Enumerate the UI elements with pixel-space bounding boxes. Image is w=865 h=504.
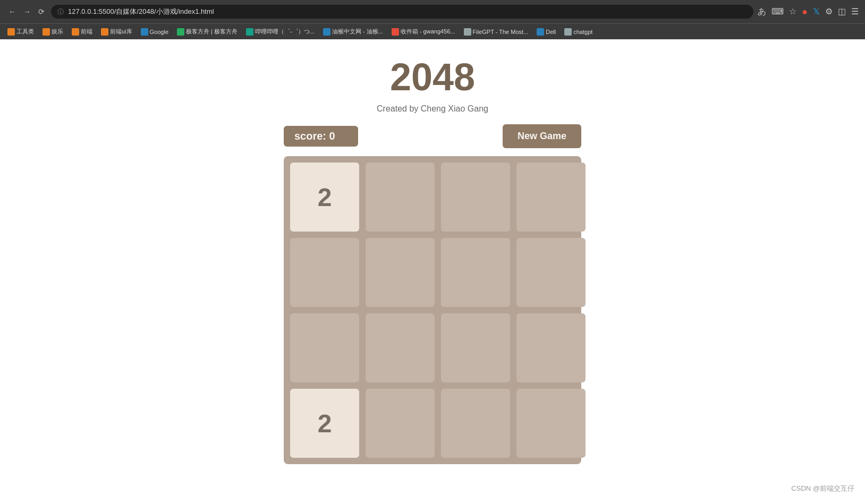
bookmark-label: 前端 bbox=[81, 28, 92, 36]
tile-0-0: 2 bbox=[290, 163, 359, 232]
bookmark-entertainment[interactable]: 娱乐 bbox=[39, 27, 66, 37]
bookmark-label: 工具类 bbox=[16, 28, 34, 36]
star-icon[interactable]: ☆ bbox=[789, 6, 796, 18]
game-subtitle: Created by Cheng Xiao Gang bbox=[377, 104, 488, 114]
bookmark-google[interactable]: Google bbox=[138, 27, 172, 37]
browser-actions: あ ⌨ ☆ ● 𝕏 ⚙ ◫ ☰ bbox=[758, 6, 859, 18]
extensions-icon[interactable]: ⌨ bbox=[771, 6, 784, 18]
bookmark-label: chatgpt bbox=[573, 29, 592, 35]
bookmark-icon bbox=[564, 28, 572, 36]
address-bar[interactable]: ⓘ 127.0.0.1:5500/自媒体/2048/小游戏/index1.htm… bbox=[51, 5, 753, 19]
profile-icon[interactable]: ● bbox=[802, 6, 808, 18]
menu-icon[interactable]: ☰ bbox=[851, 6, 859, 18]
page-content: 2048 Created by Cheng Xiao Gang score: 0… bbox=[0, 39, 865, 504]
game-title: 2048 bbox=[390, 55, 475, 99]
score-label: score: bbox=[294, 130, 326, 142]
bookmark-youhou[interactable]: 油猴中文网 - 油猴... bbox=[320, 27, 386, 37]
translate-icon[interactable]: あ bbox=[758, 6, 766, 18]
twitter-icon[interactable]: 𝕏 bbox=[813, 6, 820, 18]
extensions2-icon[interactable]: ⚙ bbox=[825, 6, 833, 18]
forward-button[interactable]: → bbox=[21, 6, 33, 17]
bookmark-icon bbox=[101, 28, 108, 36]
new-game-button[interactable]: New Game bbox=[503, 124, 581, 148]
game-board: 22 bbox=[284, 156, 581, 464]
tile-1-2 bbox=[441, 238, 510, 307]
tile-1-1 bbox=[366, 238, 435, 307]
browser-toolbar: ← → ⟳ ⓘ 127.0.0.1:5500/自媒体/2048/小游戏/inde… bbox=[0, 0, 865, 23]
browser-controls: ← → ⟳ bbox=[6, 6, 47, 17]
bookmark-dell[interactable]: Dell bbox=[533, 27, 559, 37]
bookmark-chatgpt[interactable]: chatgpt bbox=[561, 27, 596, 37]
tile-3-2 bbox=[441, 389, 510, 458]
bookmark-icon bbox=[323, 28, 330, 36]
bookmark-label: Dell bbox=[546, 29, 556, 35]
tile-3-3 bbox=[516, 389, 586, 458]
bookmark-label: 油猴中文网 - 油猴... bbox=[332, 28, 383, 36]
reload-button[interactable]: ⟳ bbox=[36, 6, 47, 17]
browser-chrome: ← → ⟳ ⓘ 127.0.0.1:5500/自媒体/2048/小游戏/inde… bbox=[0, 0, 865, 39]
bookmark-tools[interactable]: 工具类 bbox=[4, 27, 37, 37]
bookmark-label: 娱乐 bbox=[52, 28, 63, 36]
score-box: score: 0 bbox=[284, 126, 358, 147]
tile-3-1 bbox=[366, 389, 435, 458]
tile-0-2 bbox=[441, 163, 510, 232]
watermark: CSDN @前端交互仔 bbox=[791, 484, 854, 493]
tile-0-3 bbox=[516, 163, 586, 232]
bookmark-icon bbox=[72, 28, 79, 36]
back-button[interactable]: ← bbox=[6, 6, 18, 17]
tile-3-0: 2 bbox=[290, 389, 359, 458]
tile-2-3 bbox=[516, 313, 586, 382]
bookmark-icon bbox=[7, 28, 15, 36]
game-controls: score: 0 New Game bbox=[284, 124, 581, 148]
url-text: 127.0.0.1:5500/自媒体/2048/小游戏/index1.html bbox=[68, 7, 214, 16]
bookmark-label: FileGPT - The Most... bbox=[473, 29, 529, 35]
score-value: 0 bbox=[329, 130, 335, 142]
bookmark-icon bbox=[141, 28, 148, 36]
bookmark-icon bbox=[464, 28, 471, 36]
info-icon: ⓘ bbox=[57, 7, 64, 16]
tile-1-0 bbox=[290, 238, 359, 307]
bookmarks-bar: 工具类 娱乐 前端 前端ui库 Google 极客方舟 | 极客方舟 哔哩哔哩（… bbox=[0, 23, 865, 39]
bookmark-icon bbox=[392, 28, 399, 36]
bookmark-icon bbox=[246, 28, 253, 36]
tile-2-2 bbox=[441, 313, 510, 382]
tile-2-0 bbox=[290, 313, 359, 382]
bookmark-label: 极客方舟 | 极客方舟 bbox=[186, 28, 238, 36]
bookmark-label: 哔哩哔哩（゜-゜）つ... bbox=[255, 28, 315, 36]
bookmark-jike[interactable]: 极客方舟 | 极客方舟 bbox=[174, 27, 241, 37]
bookmark-icon bbox=[177, 28, 184, 36]
bookmark-label: 收件箱 - gwang456... bbox=[401, 28, 455, 36]
bookmark-mail[interactable]: 收件箱 - gwang456... bbox=[388, 27, 459, 37]
bookmark-bilibili[interactable]: 哔哩哔哩（゜-゜）つ... bbox=[243, 27, 318, 37]
bookmark-frontend[interactable]: 前端 bbox=[69, 27, 96, 37]
bookmark-icon bbox=[537, 28, 544, 36]
bookmark-filegpt[interactable]: FileGPT - The Most... bbox=[461, 27, 532, 37]
bookmark-icon bbox=[43, 28, 50, 36]
tile-0-1 bbox=[366, 163, 435, 232]
tile-2-1 bbox=[366, 313, 435, 382]
bookmark-label: Google bbox=[150, 29, 168, 35]
tile-1-3 bbox=[516, 238, 586, 307]
bookmark-label: 前端ui库 bbox=[110, 28, 132, 36]
splitview-icon[interactable]: ◫ bbox=[838, 6, 846, 18]
bookmark-frontend-ui[interactable]: 前端ui库 bbox=[98, 27, 135, 37]
